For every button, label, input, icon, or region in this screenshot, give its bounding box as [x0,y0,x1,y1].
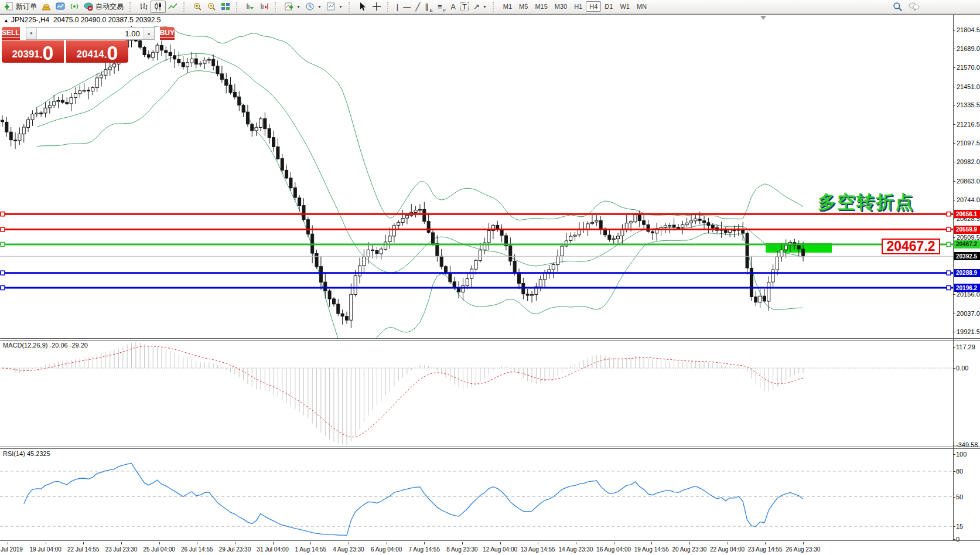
line-handle[interactable] [947,242,951,246]
price-tick-mark [953,67,955,68]
macd-tick-mark [953,368,955,369]
timeframe-button-m15[interactable]: M15 [531,1,551,12]
volume-input[interactable] [37,28,144,39]
rsi-pane[interactable] [0,449,953,540]
time-tick-label: 12 Aug 04:00 [483,546,517,553]
line-handle[interactable] [1,271,5,275]
timeframe-button-m30[interactable]: M30 [551,1,571,12]
market-watch-button[interactable] [39,1,53,13]
volume-increase-button[interactable]: ▲ [144,28,154,39]
pane-separator[interactable] [0,448,980,449]
autotrading-button[interactable]: 自动交易 [81,1,126,13]
dropdown-caret: ▼ [296,5,301,9]
candle-body [216,66,219,74]
pane-separator[interactable] [0,447,980,447]
timeframe-button-m1[interactable]: M1 [500,1,515,12]
signals-button[interactable] [67,1,81,13]
rsi-tick-mark [953,526,955,527]
time-tick-label: 25 Jul 04:00 [143,546,175,553]
timeframe-button-mn[interactable]: MN [633,1,650,12]
cursor-tool-button[interactable] [356,1,370,13]
line-handle[interactable] [947,286,951,290]
trendline-tool[interactable]: ╱ [413,1,422,13]
text-tool[interactable]: A [448,1,458,13]
templates-button[interactable]: ▼ [324,1,345,13]
price-badge: 20196.2 [954,284,980,292]
time-tick-label: 19 Aug 14:55 [634,546,669,553]
time-tick-label: 13 Aug 14:55 [521,546,555,553]
macd-pane[interactable] [0,341,953,446]
volume-decrease-button[interactable]: ▼ [26,28,37,39]
candle-body [479,250,482,261]
turning-point-annotation[interactable]: 多空转折点 [818,190,914,214]
buy-button[interactable]: BUY [160,27,175,40]
sell-button[interactable]: SELL [2,27,20,40]
zoom-in-button[interactable] [190,1,204,13]
indicators-button[interactable]: ▼ [282,1,303,13]
price-badge: 20392.5 [954,252,980,260]
chat-icon[interactable] [909,2,920,11]
time-tick-label: 26 Jul 14:55 [181,546,213,553]
tile-windows-button[interactable] [218,1,233,13]
arrows-glyph: ↗ [473,3,480,11]
line-handle[interactable] [1,242,5,246]
time-tick-mark [197,542,197,544]
candle-chart-mode-button[interactable] [151,1,166,13]
price-tick-label: 20037.0 [957,310,980,317]
rsi-axis-label: 15 [956,523,963,530]
candle-body [544,273,547,279]
time-tick-label: 22 Aug 04:00 [710,546,745,553]
line-handle[interactable] [947,212,951,216]
auto-scroll-button[interactable] [243,1,257,13]
timeframe-button-w1[interactable]: W1 [616,1,633,12]
timeframe-button-h1[interactable]: H1 [571,1,586,12]
candle-body [143,47,146,55]
time-tick-label: 20 Aug 23:30 [672,546,706,553]
candle-body [677,227,679,229]
candle-body [397,222,400,225]
sell-price-display[interactable]: 20391.0 [2,40,64,63]
crosshair-tool-button[interactable] [370,1,384,13]
pane-separator[interactable] [0,338,980,339]
line-handle[interactable] [1,286,5,290]
line-chart-mode-button[interactable] [166,1,180,13]
horizontal-line-tool[interactable]: — [401,1,413,13]
candle-body [526,294,529,295]
timeframe-button-h4[interactable]: H4 [586,1,601,12]
vertical-line-tool[interactable]: | [394,1,401,13]
line-handle[interactable] [947,227,951,231]
shift-marker-icon[interactable] [760,16,766,20]
candle-body [91,87,94,91]
chart-shift-button[interactable] [257,1,271,13]
time-tick-label: 26 Aug 23:30 [786,546,820,553]
price-level-annotation[interactable]: 20467.2 [882,239,940,254]
candle-body [746,233,749,268]
buy-price-display[interactable]: 20414.0 [66,40,128,63]
arrows-tool[interactable]: ↗ ▼ [471,1,489,13]
time-tick-label: 22 Jul 14:55 [67,546,100,553]
timeframe-button-d1[interactable]: D1 [601,1,616,12]
candle-body [513,261,516,273]
pane-separator[interactable] [0,340,980,341]
main-chart-pane[interactable] [0,15,953,338]
collapse-marker-icon[interactable]: ▲ [4,18,9,23]
periods-button[interactable]: ▼ [303,1,324,13]
bar-chart-mode-button[interactable] [136,1,151,13]
candle-body [608,235,611,239]
new-order-button[interactable]: 新订单 [2,1,39,13]
time-tick-mark [614,542,614,544]
search-icon[interactable] [893,2,903,12]
zoom-out-button[interactable] [204,1,218,13]
candle-body [22,127,25,134]
line-handle[interactable] [947,271,951,275]
timeframe-button-m5[interactable]: M5 [515,1,531,12]
line-handle[interactable] [1,212,5,216]
line-handle[interactable] [1,227,5,231]
terminal-button[interactable] [53,1,67,13]
text-label-tool[interactable]: T [458,1,471,13]
price-tick-mark [953,30,955,30]
candle-body [272,138,275,147]
fibonacci-tool[interactable]: ≡ F [435,1,448,13]
channel-tool[interactable]: ∥ E [422,1,435,13]
candle-body [518,273,521,283]
